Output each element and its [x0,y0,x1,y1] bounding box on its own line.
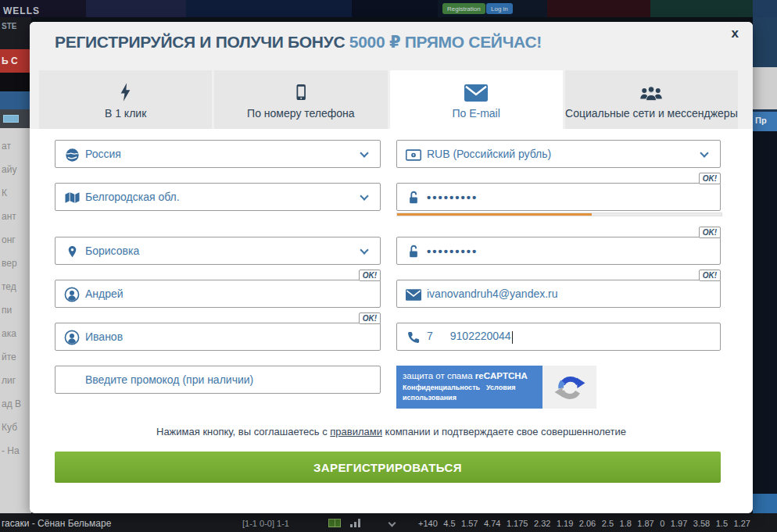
open-lock-icon [406,244,421,259]
sidebar-league-item: йте [0,345,31,369]
sidebar-league-item: ат [0,134,31,158]
sidebar-fragment-dark [0,73,31,91]
sidebar-league-item: ад В [0,392,31,416]
odd-value: 0 [660,519,664,528]
currency-select[interactable]: RUB (Российский рубль) [396,140,721,168]
background-registration-button: Registration [442,3,485,14]
open-lock-icon [406,190,421,205]
background-right-sidebar: Пр [753,17,777,513]
odd-value: 1.57 [461,519,478,528]
recaptcha-title: защита от спама reCAPTCHA [403,371,536,380]
banknote-icon [406,147,421,162]
recaptcha-privacy-link[interactable]: Конфиденциальность [403,384,480,391]
chevron-down-icon [700,148,708,157]
first-name-field[interactable]: Андрей OK! [55,280,381,308]
email-value: ivanovandruh4@yandex.ru [427,287,558,300]
odd-value: 1.8 [620,519,632,528]
last-name-value: Иванов [85,330,123,343]
sidebar-league-item: Куб [0,416,31,439]
phone-icon [406,330,421,345]
recaptcha-title-text: защита от спама [403,371,475,380]
odd-value: 1.27 [734,519,750,528]
globe-icon [64,147,80,162]
odd-value: 2.32 [534,519,550,528]
region-value: Белгородская обл. [85,191,180,203]
odds-list: +1404.51.574.741.1752.321.192.062.51.81.… [418,519,750,528]
tab-label: Социальные сети и мессенджеры [565,107,738,120]
password-field[interactable]: ••••••••• OK! [396,183,721,211]
password-strength-bar [396,212,722,216]
country-value: Россия [85,148,121,160]
odd-value: 2.06 [579,519,596,528]
country-select[interactable]: Россия [55,140,381,168]
consent-before: Нажимая кнопку, вы соглашаетесь с [156,426,330,437]
map-icon [64,190,80,205]
sidebar-fragment-top: STE [0,17,31,49]
phone-field[interactable]: 79102220044 [396,323,721,351]
tab-email[interactable]: По E-mail [390,70,563,129]
tab-label: По E-mail [452,107,500,120]
chevron-down-icon [360,191,368,200]
chevron-down-icon [360,245,368,254]
odd-value: 1.19 [557,519,573,528]
close-icon[interactable]: x [727,24,743,43]
match-name: гасаки - Сёнан Бельмаре [2,518,111,529]
title-bonus-amount: 5000 ₽ [349,33,405,51]
submit-button[interactable]: ЗАРЕГИСТРИРОВАТЬСЯ [55,452,721,483]
sidebar-league-item: тед [0,275,31,298]
tab-phone[interactable]: По номеру телефона [214,70,387,129]
consent-text: Нажимая кнопку, вы соглашаетесь с правил… [30,426,753,437]
text-cursor [512,331,513,344]
background-right-button: Пр [753,112,777,131]
phone-number: 9102220044 [450,330,511,342]
sidebar-league-item: К [0,181,31,205]
banner-image-2 [86,0,186,17]
statistics-icon [350,519,361,527]
right-fragment-bottom-blue [753,494,777,513]
phone-value: 79102220044 [427,330,513,343]
city-select[interactable]: Борисовка [55,237,381,265]
ok-badge: OK! [699,270,721,281]
page: WELLS Registration Log in STE Ь С атайуК… [0,0,777,532]
sidebar-league-item: онг [0,228,31,252]
pitch-icon [328,519,341,527]
odd-value: 1.87 [637,519,653,528]
chevron-down-icon [360,148,368,157]
background-odds-row: гасаки - Сёнан Бельмаре [1-1 0-0] 1-1 +1… [0,513,777,532]
lightning-icon [119,76,132,102]
location-pin-icon [64,244,80,259]
rules-link[interactable]: правилами [330,426,382,437]
sidebar-league-item: лиг [0,369,31,392]
envelope-icon [464,76,488,102]
email-field[interactable]: ivanovandruh4@yandex.ru OK! [396,280,721,308]
person-icon [64,287,80,302]
recaptcha-widget: защита от спама reCAPTCHA Конфиденциальн… [396,366,596,409]
smartphone-icon [292,76,310,102]
password-repeat-masked-value: ••••••••• [427,245,478,258]
promo-code-field[interactable]: Введите промокод (при наличии) [55,366,381,394]
sidebar-fragment-red: Ь С [0,49,31,73]
mini-screen-icon [3,115,19,123]
banner-text: WELLS [3,5,40,16]
phone-country-code: 7 [427,330,433,342]
region-select[interactable]: Белгородская обл. [55,183,381,211]
tab-label: В 1 клик [105,107,146,120]
title-part-1: РЕГИСТРИРУЙСЯ И ПОЛУЧИ БОНУС [55,33,349,51]
tab-social[interactable]: Социальные сети и мессенджеры [565,70,738,129]
tab-one-click[interactable]: В 1 клик [39,70,212,129]
last-name-field[interactable]: Иванов OK! [55,323,381,351]
banner-image-5 [547,0,650,17]
sidebar-league-item: - На [0,439,31,462]
title-part-2: ПРЯМО СЕЙЧАС! [405,33,542,51]
sidebar-league-item: ант [0,205,31,228]
expand-chevron-icon [388,520,396,527]
sidebar-league-item: вер [0,252,31,275]
right-fragment-navy [753,17,777,67]
password-repeat-field[interactable]: ••••••••• OK! [396,237,721,265]
right-fragment-light [753,67,777,109]
people-icon [639,76,663,102]
recaptcha-brand: reCAPTCHA [475,371,528,380]
sidebar-league-item: айу [0,158,31,181]
registration-method-tabs: В 1 клик По номеру телефона По E-mail [39,70,738,129]
odd-value: 1.97 [671,519,687,528]
